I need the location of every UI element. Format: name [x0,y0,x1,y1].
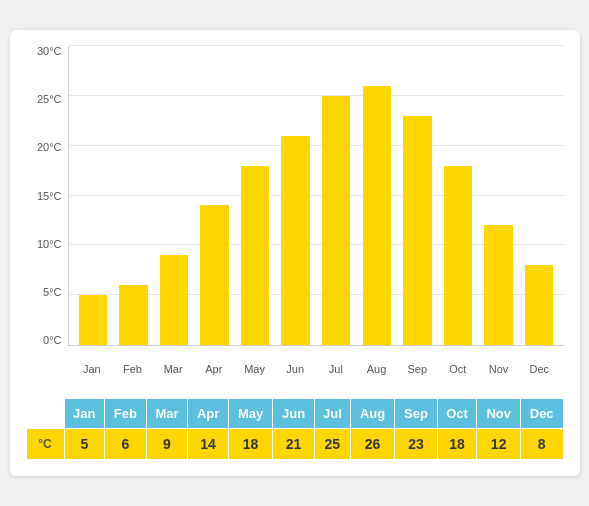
bars-area [69,46,564,345]
y-axis-label: 5°C [26,287,68,298]
table-value-cell: 21 [273,429,315,460]
table-value-cell: 5 [64,429,105,460]
table-month-header: May [228,399,272,429]
data-table: JanFebMarAprMayJunJulAugSepOctNovDec °C … [26,398,564,460]
table-month-header: Nov [477,399,520,429]
table-value-cell: 26 [350,429,394,460]
table-header-row: JanFebMarAprMayJunJulAugSepOctNovDec [26,399,563,429]
bar-group [73,46,114,345]
bar [281,136,309,345]
table-value-cell: 12 [477,429,520,460]
table-value-cell: 9 [146,429,188,460]
bar-group [275,46,316,345]
y-axis-label: 10°C [26,239,68,250]
table-value-cell: 25 [314,429,350,460]
x-axis-label: Apr [194,346,235,386]
bar [444,166,472,345]
table-month-header: Sep [395,399,438,429]
y-axis-label: 20°C [26,142,68,153]
table-unit-label: °C [26,429,64,460]
x-axis-label: Mar [153,346,194,386]
x-axis-label: May [234,346,275,386]
x-axis-label: Nov [478,346,519,386]
table-value-cell: 18 [228,429,272,460]
table-value-cell: 14 [188,429,229,460]
table-month-header: Dec [520,399,563,429]
table-month-header: Apr [188,399,229,429]
table-value-row: °C 56914182125262318128 [26,429,563,460]
main-container: 0°C5°C10°C15°C20°C25°C30°C JanFebMarAprM… [10,30,580,476]
chart-inner [68,46,564,346]
table-month-header: Mar [146,399,188,429]
bar [119,285,147,345]
bar-group [438,46,479,345]
bar [200,205,228,345]
table-value-cell: 18 [437,429,477,460]
bar [322,96,350,345]
y-axis-label: 15°C [26,191,68,202]
bar-group [154,46,195,345]
bar-group [194,46,235,345]
x-axis-label: Jan [72,346,113,386]
table-month-header: Feb [105,399,147,429]
y-axis-label: 25°C [26,94,68,105]
table-value-cell: 6 [105,429,147,460]
bar [79,295,107,345]
x-axis-label: Dec [519,346,560,386]
bar [160,255,188,345]
bar-group [478,46,519,345]
x-axis-label: Jul [316,346,357,386]
bar [241,166,269,345]
bar [363,86,391,345]
x-axis-label: Jun [275,346,316,386]
table-month-header: Oct [437,399,477,429]
bar [525,265,553,345]
bar-group [357,46,398,345]
x-axis-label: Feb [112,346,153,386]
table-corner [26,399,64,429]
x-labels: JanFebMarAprMayJunJulAugSepOctNovDec [68,346,564,386]
bar-group [397,46,438,345]
bar-group [519,46,560,345]
chart-area: 0°C5°C10°C15°C20°C25°C30°C JanFebMarAprM… [26,46,564,386]
bar-group [316,46,357,345]
table-value-cell: 8 [520,429,563,460]
bar [403,116,431,345]
table-month-header: Jun [273,399,315,429]
bar [484,225,512,345]
x-axis-label: Aug [356,346,397,386]
table-month-header: Aug [350,399,394,429]
table-month-header: Jan [64,399,105,429]
x-axis-label: Oct [438,346,479,386]
y-axis: 0°C5°C10°C15°C20°C25°C30°C [26,46,68,346]
table-month-header: Jul [314,399,350,429]
x-axis-label: Sep [397,346,438,386]
y-axis-label: 30°C [26,46,68,57]
y-axis-label: 0°C [26,335,68,346]
table-value-cell: 23 [395,429,438,460]
bar-group [113,46,154,345]
bar-group [235,46,276,345]
